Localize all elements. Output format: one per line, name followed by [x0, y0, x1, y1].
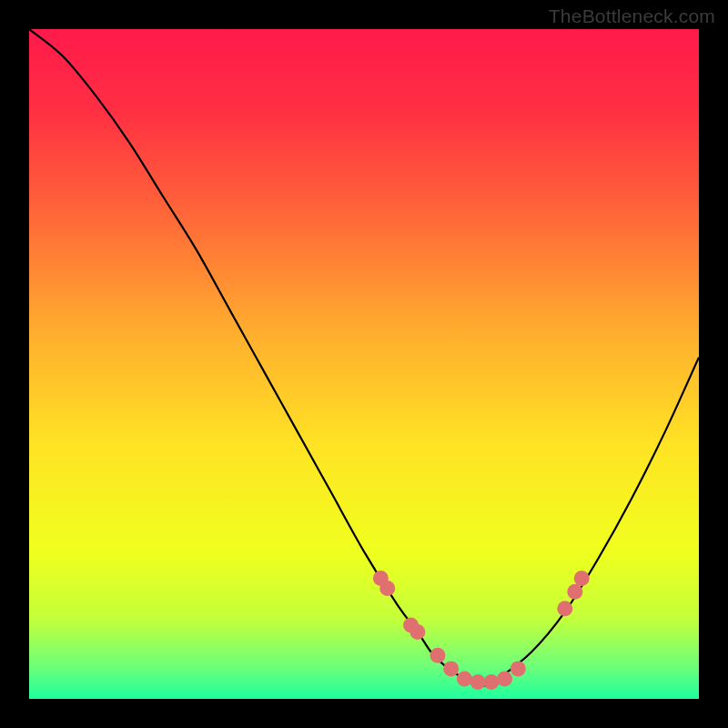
marker-dot	[430, 648, 445, 663]
marker-dot	[457, 671, 472, 686]
marker-dot	[574, 571, 590, 586]
marker-dot	[470, 674, 486, 690]
marker-dot	[379, 581, 395, 596]
chart-svg	[29, 29, 699, 699]
marker-dot	[511, 661, 526, 676]
chart-container: TheBottleneck.com	[0, 0, 728, 728]
marker-dot	[497, 671, 512, 686]
marker-dot	[557, 601, 572, 616]
marker-dot	[410, 624, 425, 640]
marker-dot	[567, 584, 582, 600]
gradient-background	[29, 29, 699, 699]
marker-dot	[483, 674, 499, 690]
plot-area	[29, 29, 699, 699]
marker-dot	[443, 661, 459, 676]
watermark-text: TheBottleneck.com	[549, 5, 715, 27]
